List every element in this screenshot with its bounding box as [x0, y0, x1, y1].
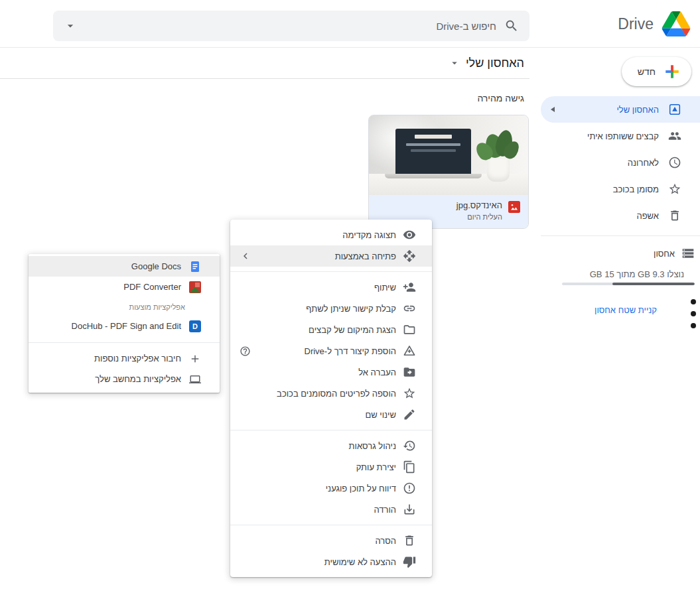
edge-dots: [691, 299, 696, 328]
sidebar-divider: [541, 235, 700, 236]
pdf-converter-icon: [189, 281, 201, 293]
menu-item-add-shortcut[interactable]: הוספת קיצור דרך ל-Drive: [230, 340, 432, 361]
sidebar-nav: האחסון שלי קבצים ששותפו איתי לאחרונה מסו…: [541, 96, 700, 229]
menu-item-rename[interactable]: שינוי שם: [230, 404, 432, 425]
google-docs-icon: [189, 261, 201, 273]
sidebar-item-recent[interactable]: לאחרונה: [541, 149, 700, 176]
rename-pencil-icon: [403, 408, 416, 421]
sidebar-item-label: האחסון שלי: [616, 105, 659, 115]
submenu-item-google-docs[interactable]: Google Docs: [29, 256, 220, 277]
menu-item-label: דיווח על תוכן פוגעני: [240, 484, 396, 493]
move-to-folder-icon: [403, 365, 416, 379]
submenu-item-label: DocHub - PDF Sign and Edit: [72, 321, 181, 331]
file-card[interactable]: האינדקס.jpg העלית היום: [368, 115, 529, 229]
menu-item-label: שינוי שם: [240, 410, 396, 420]
main-content: האחסון שלי גישה מהירה: [0, 48, 529, 103]
open-with-submenu: Google Docs PDF Converter אפליקציות מוצע…: [29, 254, 220, 393]
trash-icon: [403, 534, 416, 547]
menu-item-label: יצירת עותק: [240, 462, 396, 472]
help-icon[interactable]: [240, 346, 251, 357]
storage-link[interactable]: אחסון: [654, 241, 695, 265]
copy-icon: [403, 460, 416, 474]
storage-label: אחסון: [654, 249, 675, 259]
search-input[interactable]: [85, 21, 496, 32]
sidebar-item-starred[interactable]: מסומן בכוכב: [541, 176, 700, 202]
drive-logo[interactable]: Drive: [618, 0, 691, 48]
quick-access-label: גישה מהירה: [0, 93, 524, 103]
download-icon: [403, 503, 416, 516]
edge-dot: [691, 311, 696, 316]
link-icon: [403, 302, 416, 315]
menu-item-show-location[interactable]: הצגת המיקום של קבצים: [230, 319, 432, 340]
thumbnail-plant-pot: [487, 159, 510, 182]
file-uploaded-text: העלית היום: [456, 213, 502, 221]
search-bar: [53, 11, 529, 41]
menu-item-move-to[interactable]: העברה אל: [230, 361, 432, 383]
menu-item-make-copy[interactable]: יצירת עותק: [230, 456, 432, 478]
menu-item-share[interactable]: שיתוף: [230, 277, 432, 298]
suggested-apps-label: אפליקציות מוצעות: [29, 297, 220, 316]
file-meta: האינדקס.jpg העלית היום: [456, 200, 502, 228]
context-menu: תצוגה מקדימה פתיחה באמצעות שיתוף קבלת קי…: [230, 220, 432, 577]
menu-item-label: העברה אל: [240, 367, 396, 377]
submenu-item-desktop-apps[interactable]: אפליקציות במחשב שלך: [29, 369, 220, 389]
edge-dot: [691, 299, 696, 304]
sidebar-item-label: קבצים ששותפו איתי: [587, 131, 659, 141]
menu-item-report-abuse[interactable]: דיווח על תוכן פוגעני: [230, 478, 432, 499]
page-title-caret-icon[interactable]: [449, 57, 460, 69]
sidebar-item-shared-with-me[interactable]: קבצים ששותפו איתי: [541, 123, 700, 149]
submenu-item-connect-more-apps[interactable]: חיבור אפליקציות נוספות: [29, 348, 220, 369]
context-menu-section: הסרה ההצעה לא שימושית: [230, 525, 432, 577]
image-file-icon: [508, 201, 520, 213]
submenu-item-dochub[interactable]: D DocHub - PDF Sign and Edit: [29, 316, 220, 336]
menu-item-label: הורדה: [240, 505, 396, 515]
search-icon[interactable]: [504, 19, 519, 33]
submenu-item-label: חיבור אפליקציות נוספות: [94, 354, 181, 363]
thumbnail-laptop-base: [385, 174, 482, 178]
menu-item-label: הוספה לפריטים המסומנים בכוכב: [240, 389, 396, 399]
file-thumbnail: [369, 115, 528, 195]
sidebar-item-label: אשפה: [636, 211, 659, 221]
shared-people-icon: [668, 129, 681, 143]
page-title[interactable]: האחסון שלי: [466, 56, 524, 70]
menu-item-label: הסרה: [240, 536, 396, 546]
sidebar-item-trash[interactable]: אשפה: [541, 202, 700, 229]
new-button[interactable]: חדש: [622, 57, 691, 86]
file-name: האינדקס.jpg: [456, 200, 502, 210]
menu-item-preview[interactable]: תצוגה מקדימה: [230, 224, 432, 245]
versions-history-icon: [403, 439, 416, 452]
submenu-item-pdf-converter[interactable]: PDF Converter: [29, 277, 220, 297]
menu-item-get-link[interactable]: קבלת קישור שניתן לשתף: [230, 298, 432, 319]
star-icon: [403, 387, 416, 400]
star-icon: [668, 182, 681, 196]
thumbnail-laptop-screen: [395, 129, 471, 174]
menu-item-open-with[interactable]: פתיחה באמצעות: [230, 245, 432, 267]
new-plus-icon: [664, 63, 681, 80]
topbar: Drive: [0, 0, 700, 48]
menu-item-add-to-starred[interactable]: הוספה לפריטים המסומנים בכוכב: [230, 383, 432, 404]
laptop-icon: [189, 373, 201, 385]
collapse-arrow-icon[interactable]: [551, 107, 555, 112]
menu-item-manage-versions[interactable]: ניהול גרסאות: [230, 435, 432, 456]
search-options-caret-icon[interactable]: [64, 19, 77, 33]
storage-icon: [681, 247, 695, 260]
edge-dot: [691, 323, 696, 328]
sidebar: חדש האחסון שלי קבצים ששותפו איתי לאחרונה…: [541, 48, 700, 589]
menu-item-label: ההצעה לא שימושית: [240, 557, 396, 567]
buy-storage-link[interactable]: קניית שטח אחסון: [595, 305, 657, 315]
menu-item-label: הצגת המיקום של קבצים: [240, 325, 396, 335]
menu-item-download[interactable]: הורדה: [230, 499, 432, 520]
storage-progress-fill: [612, 283, 695, 285]
folder-icon: [403, 323, 416, 336]
sidebar-item-label: מסומן בכוכב: [613, 184, 659, 194]
menu-item-label: קבלת קישור שניתן לשתף: [240, 304, 396, 314]
storage-usage-text: נוצלו 9.3 GB מתוך 15 GB: [590, 269, 684, 279]
submenu-divider: [29, 342, 220, 343]
sidebar-item-my-drive[interactable]: האחסון שלי: [541, 96, 700, 123]
recent-clock-icon: [668, 156, 681, 169]
dochub-icon: D: [189, 320, 201, 332]
drive-logo-icon: [662, 11, 691, 36]
menu-item-suggestion-not-useful[interactable]: ההצעה לא שימושית: [230, 551, 432, 572]
menu-item-remove[interactable]: הסרה: [230, 530, 432, 551]
sidebar-item-label: לאחרונה: [628, 158, 659, 168]
